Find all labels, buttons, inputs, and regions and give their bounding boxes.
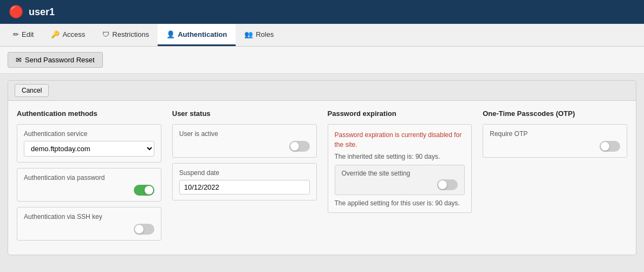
user-status-column: User status User is active Suspend date [172,109,317,246]
cancel-button[interactable]: Cancel [15,84,49,97]
password-expiration-title: Password expiration [328,109,472,118]
override-box: Override the site setting [335,165,465,195]
toolbar: ✉ Send Password Reset [0,47,644,74]
card-body: Authentication methods Authentication se… [8,101,636,255]
otp-require-label: Require OTP [490,130,620,138]
send-password-reset-button[interactable]: ✉ Send Password Reset [8,52,103,68]
shield-icon: 🛡 [102,30,109,38]
auth-password-toggle[interactable] [134,185,154,196]
auth-methods-column: Authentication methods Authentication se… [17,109,161,246]
tab-bar: ✏ Edit 🔑 Access 🛡 Restrictions 👤 Authent… [0,24,644,47]
main-content: Cancel Authentication methods Authentica… [0,74,644,262]
tab-roles[interactable]: 👥 Roles [236,24,282,46]
otp-column: One-Time Passcodes (OTP) Require OTP [483,109,627,246]
authentication-card: Cancel Authentication methods Authentica… [8,80,636,255]
suspend-date-box: Suspend date [172,163,317,200]
auth-service-select[interactable]: demo.ftptoday.com [24,141,154,157]
auth-ssh-label: Authentication via SSH key [24,213,154,221]
override-label: Override the site setting [342,170,458,177]
tab-edit[interactable]: ✏ Edit [4,24,42,46]
otp-title: One-Time Passcodes (OTP) [483,109,627,118]
auth-password-label: Authentication via password [24,174,154,182]
email-icon: ✉ [16,56,22,64]
auth-ssh-toggle[interactable] [134,224,154,235]
auth-ssh-box: Authentication via SSH key [17,207,161,241]
user-status-title: User status [172,109,317,118]
pencil-icon: ✏ [13,30,19,38]
pw-disabled-text: Password expiration is currently disable… [335,130,465,150]
tab-restrictions[interactable]: 🛡 Restrictions [94,24,158,46]
auth-service-label: Authentication service [24,130,154,138]
user-active-label: User is active [179,130,310,138]
auth-service-box: Authentication service demo.ftptoday.com [17,124,161,163]
suspend-date-input[interactable] [179,180,310,195]
page-title: user1 [29,7,55,18]
pw-applied-text: The applied setting for this user is: 90… [335,199,465,207]
user-active-toggle[interactable] [289,141,310,152]
password-expiration-box: Password expiration is currently disable… [328,124,472,213]
key-icon: 🔑 [51,30,60,38]
auth-password-box: Authentication via password [17,168,161,202]
tab-authentication[interactable]: 👤 Authentication [158,24,236,46]
card-header: Cancel [8,81,636,101]
auth-methods-title: Authentication methods [17,109,161,118]
user-active-box: User is active [172,124,317,158]
override-toggle[interactable] [437,179,458,190]
logo-icon: 🔴 [9,5,23,19]
pw-inherited-text: The inherited site setting is: 90 days. [335,153,465,160]
otp-box: Require OTP [483,124,627,158]
tab-access[interactable]: 🔑 Access [42,24,94,46]
password-expiration-column: Password expiration Password expiration … [328,109,472,246]
suspend-date-label: Suspend date [179,169,310,177]
otp-require-toggle[interactable] [600,141,620,152]
user-icon: 👤 [166,30,175,38]
page-header: 🔴 user1 [0,0,644,24]
roles-icon: 👥 [244,30,253,38]
